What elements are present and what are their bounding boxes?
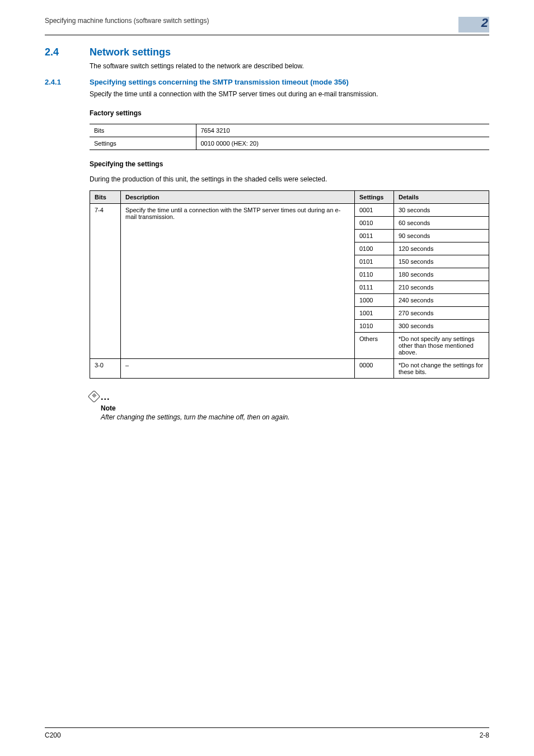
details-cell: 60 seconds (394, 217, 489, 230)
table-row: 3-0 – 0000 *Do not change the settings f… (90, 359, 489, 379)
details-cell: 150 seconds (394, 255, 489, 268)
table-row: 7-4 Specify the time until a connection … (90, 204, 489, 217)
details-cell: 30 seconds (394, 204, 489, 217)
section-number: 2.4 (45, 46, 90, 58)
header-title: Specifying machine functions (software s… (45, 17, 209, 25)
table-header-row: Bits Description Settings Details (90, 191, 489, 204)
footer-right: 2-8 (480, 731, 489, 739)
factory-heading: Factory settings (90, 109, 489, 117)
bits-cell: 3-0 (90, 359, 121, 379)
details-cell: 270 seconds (394, 307, 489, 320)
factory-value: 0010 0000 (HEX: 20) (196, 137, 489, 150)
details-cell: 300 seconds (394, 320, 489, 333)
section-title: Network settings (90, 46, 489, 58)
specifying-heading: Specifying the settings (90, 160, 489, 168)
bits-cell: 7-4 (90, 204, 121, 359)
th-settings: Settings (355, 191, 394, 204)
details-cell: 240 seconds (394, 294, 489, 307)
th-desc: Description (121, 191, 355, 204)
settings-cell: Others (355, 333, 394, 359)
note-icon (88, 390, 101, 403)
details-cell: 120 seconds (394, 242, 489, 255)
details-cell: *Do not specify any settings other than … (394, 333, 489, 359)
settings-cell: 0101 (355, 255, 394, 268)
settings-cell: 0111 (355, 281, 394, 294)
details-cell: *Do not change the settings for these bi… (394, 359, 489, 379)
subsection-title: Specifying settings concerning the SMTP … (90, 78, 489, 86)
factory-table: Bits 7654 3210 Settings 0010 0000 (HEX: … (90, 124, 489, 150)
settings-cell: 0110 (355, 268, 394, 281)
settings-cell: 1000 (355, 294, 394, 307)
details-cell: 90 seconds (394, 230, 489, 242)
chapter-number-badge: 2 (458, 17, 489, 32)
settings-cell: 0100 (355, 242, 394, 255)
section-intro: The software switch settings related to … (90, 62, 489, 71)
settings-cell: 0011 (355, 230, 394, 242)
factory-label: Settings (90, 137, 196, 150)
subsection-number: 2.4.1 (45, 78, 90, 86)
details-cell: 180 seconds (394, 268, 489, 281)
settings-cell: 0000 (355, 359, 394, 379)
note-text: After changing the settings, turn the ma… (101, 413, 489, 421)
factory-label: Bits (90, 124, 196, 137)
settings-cell: 1010 (355, 320, 394, 333)
desc-cell: – (121, 359, 355, 379)
table-row: Settings 0010 0000 (HEX: 20) (90, 137, 489, 150)
settings-cell: 0010 (355, 217, 394, 230)
settings-cell: 0001 (355, 204, 394, 217)
note-dots-icon: ... (101, 392, 110, 403)
details-cell: 210 seconds (394, 281, 489, 294)
settings-cell: 1001 (355, 307, 394, 320)
specifying-intro: During the production of this unit, the … (90, 175, 489, 184)
footer-left: C200 (45, 731, 61, 739)
page-footer: C200 2-8 (45, 727, 489, 739)
note-label: Note (101, 404, 489, 412)
factory-value: 7654 3210 (196, 124, 489, 137)
table-row: Bits 7654 3210 (90, 124, 489, 137)
desc-cell: Specify the time until a connection with… (121, 204, 355, 359)
subsection-intro: Specify the time until a connection with… (90, 90, 489, 99)
th-bits: Bits (90, 191, 121, 204)
th-details: Details (394, 191, 489, 204)
spec-table: Bits Description Settings Details 7-4 Sp… (90, 190, 489, 379)
